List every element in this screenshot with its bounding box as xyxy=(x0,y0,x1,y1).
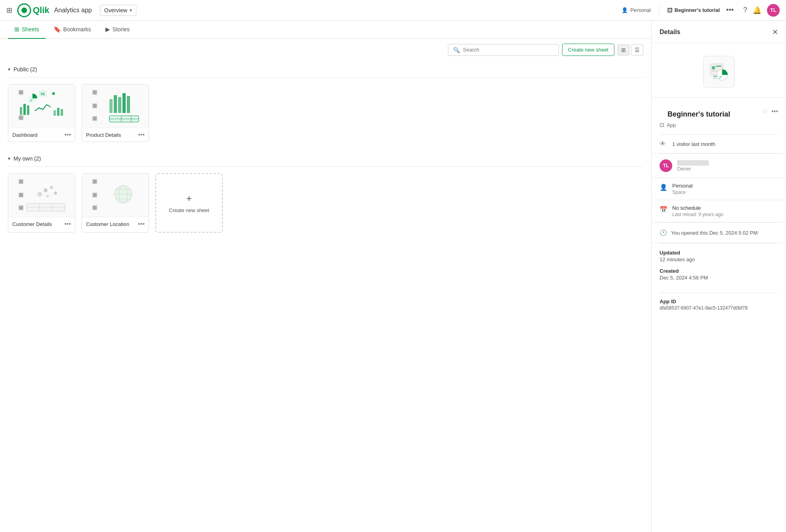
details-appid: App ID dfa58537-6907-47e1-9ac5-132477d0b… xyxy=(652,293,786,317)
svg-rect-20 xyxy=(114,95,117,113)
myown-chevron-icon[interactable]: ▾ xyxy=(8,156,10,161)
sheets-tab-icon: ⊞ xyxy=(14,26,19,33)
nav-more-icon[interactable]: ••• xyxy=(726,6,734,14)
customer-details-thumb xyxy=(8,174,75,217)
myown-section-header: ▾ My own (2) xyxy=(8,150,643,167)
customer-details-more-button[interactable]: ••• xyxy=(64,220,71,228)
svg-point-38 xyxy=(54,191,57,195)
svg-point-35 xyxy=(44,188,48,192)
grid-menu-icon[interactable]: ⊞ xyxy=(6,6,12,15)
search-icon: 🔍 xyxy=(453,47,460,53)
svg-rect-50 xyxy=(93,180,97,184)
details-app-type: ⊡ App xyxy=(652,120,786,134)
close-details-button[interactable]: ✕ xyxy=(772,28,778,36)
space-label: Space xyxy=(672,189,692,195)
svg-rect-13 xyxy=(19,116,23,120)
tabs-bar: ⊞ Sheets 🔖 Bookmarks ▶ Stories xyxy=(0,21,651,39)
qlik-logo[interactable]: Qlik xyxy=(17,3,50,17)
search-input[interactable] xyxy=(463,47,554,53)
sheet-card-customer-details[interactable]: Customer Details ••• xyxy=(8,173,75,233)
tab-stories[interactable]: ▶ Stories xyxy=(99,21,136,39)
clock-icon: 🕐 xyxy=(660,229,667,236)
space-info: Personal Space xyxy=(672,183,692,195)
svg-rect-10 xyxy=(23,104,26,115)
schedule-info: No schedule Last reload: 9 years ago xyxy=(672,205,723,217)
app-name-row: Beginner's tutorial ☆ ••• xyxy=(652,98,786,120)
tab-sheets[interactable]: ⊞ Sheets xyxy=(8,21,46,39)
sheet-card-dashboard[interactable]: #1 xyxy=(8,84,75,142)
public-section-header: ▾ Public (2) xyxy=(8,61,643,78)
app-title: Analytics app xyxy=(54,7,92,14)
svg-rect-18 xyxy=(93,90,97,94)
sheet-card-customer-location[interactable]: Customer Location ••• xyxy=(82,173,149,233)
svg-rect-57 xyxy=(93,193,97,197)
svg-rect-66 xyxy=(713,78,716,79)
nav-divider xyxy=(659,6,659,15)
svg-rect-34 xyxy=(19,180,23,184)
nav-personal[interactable]: 👤 Personal xyxy=(622,7,650,13)
dashboard-more-button[interactable]: ••• xyxy=(64,131,71,138)
svg-rect-62 xyxy=(716,65,721,67)
updated-label: Updated xyxy=(660,250,778,256)
svg-text:#1: #1 xyxy=(41,92,45,96)
main-layout: ⊞ Sheets 🔖 Bookmarks ▶ Stories 🔍 Create … xyxy=(0,21,786,532)
create-sheet-button[interactable]: Create new sheet xyxy=(562,44,614,56)
app-icon-small: ⊡ xyxy=(667,6,672,14)
details-meta: Updated 12 minutes ago Created Dec 5, 20… xyxy=(652,243,786,293)
owner-avatar: TL xyxy=(660,159,672,172)
user-avatar[interactable]: TL xyxy=(767,4,780,17)
product-details-more-button[interactable]: ••• xyxy=(138,131,145,138)
svg-point-36 xyxy=(50,186,53,189)
help-icon[interactable]: ? xyxy=(743,6,747,14)
sheets-tab-label: Sheets xyxy=(22,26,39,33)
details-panel: Details ✕ xyxy=(651,21,786,532)
grid-view-button[interactable]: ⊞ xyxy=(618,44,629,55)
top-nav: ⊞ Qlik Analytics app Overview ▾ 👤 Person… xyxy=(0,0,786,21)
details-visitors-stat: 👁 1 visitor last month xyxy=(652,135,786,153)
tab-bookmarks[interactable]: 🔖 Bookmarks xyxy=(47,21,98,39)
schedule-sub: Last reload: 9 years ago xyxy=(672,212,723,217)
nav-tutorial[interactable]: ⊡ Beginner's tutorial xyxy=(667,6,720,14)
nav-overview-dropdown[interactable]: Overview ▾ xyxy=(100,5,136,16)
list-view-button[interactable]: ☰ xyxy=(631,44,643,55)
appid-label: App ID xyxy=(660,299,778,304)
svg-point-37 xyxy=(37,192,42,197)
tutorial-label: Beginner's tutorial xyxy=(675,7,720,13)
customer-location-card-name: Customer Location xyxy=(86,221,129,227)
view-toggle: ⊞ ☰ xyxy=(618,44,643,55)
svg-rect-15 xyxy=(57,108,59,116)
svg-rect-48 xyxy=(19,206,23,210)
svg-point-8 xyxy=(52,92,55,95)
stories-tab-icon: ▶ xyxy=(105,26,110,33)
svg-rect-11 xyxy=(27,105,29,115)
notification-icon[interactable]: 🔔 xyxy=(753,6,761,15)
app-more-button[interactable]: ••• xyxy=(771,108,778,115)
details-app-name: Beginner's tutorial xyxy=(660,110,738,119)
svg-rect-59 xyxy=(93,206,97,210)
plus-icon: + xyxy=(186,193,192,204)
product-details-card-footer: Product Details ••• xyxy=(82,128,149,142)
details-space-row: 👤 Personal Space xyxy=(652,178,786,200)
svg-rect-25 xyxy=(93,104,97,108)
favorite-star-button[interactable]: ☆ xyxy=(762,107,768,116)
public-chevron-icon[interactable]: ▾ xyxy=(8,67,10,72)
visitors-label: 1 visitor last month xyxy=(672,141,715,147)
owner-name-blurred xyxy=(677,160,709,166)
created-value: Dec 5, 2024 4:56 PM xyxy=(660,275,778,281)
stories-tab-label: Stories xyxy=(113,26,130,33)
dashboard-card-name: Dashboard xyxy=(12,132,38,138)
qlik-logo-text: Qlik xyxy=(33,5,50,15)
customer-details-card-name: Customer Details xyxy=(12,221,52,227)
svg-point-1 xyxy=(21,8,27,13)
create-new-sheet-card[interactable]: + Create new sheet xyxy=(155,173,223,233)
dropdown-label: Overview xyxy=(104,7,127,13)
app-type-icon: ⊡ xyxy=(660,122,664,128)
product-details-card-name: Product Details xyxy=(86,132,121,138)
bookmarks-tab-icon: 🔖 xyxy=(54,26,61,33)
customer-location-more-button[interactable]: ••• xyxy=(138,220,145,228)
svg-rect-61 xyxy=(712,66,715,69)
sheet-card-product-details[interactable]: Product Details ••• xyxy=(82,84,149,142)
bookmarks-tab-label: Bookmarks xyxy=(63,26,91,33)
person-space-icon: 👤 xyxy=(660,184,667,191)
app-name-actions: ☆ ••• xyxy=(762,107,778,116)
